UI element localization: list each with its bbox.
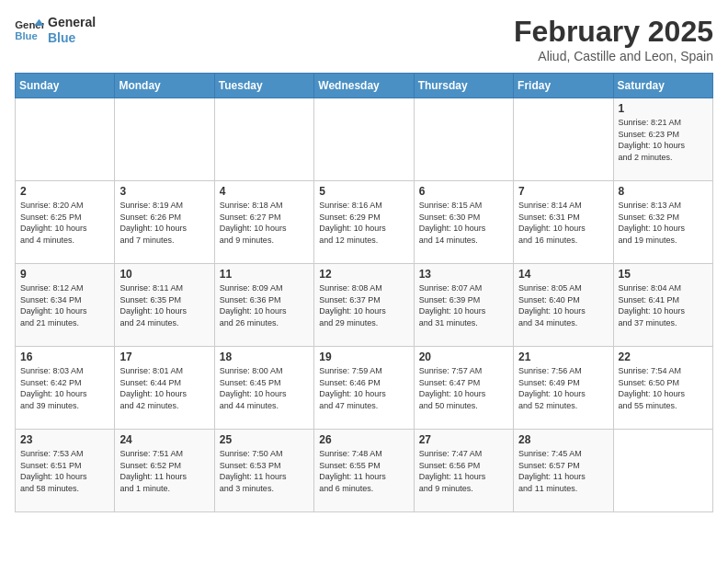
day-number: 21 [518,350,608,363]
calendar-cell: 3Sunrise: 8:19 AM Sunset: 6:26 PM Daylig… [115,181,214,264]
calendar-cell: 12Sunrise: 8:08 AM Sunset: 6:37 PM Dayli… [314,264,414,347]
day-info: Sunrise: 7:50 AM Sunset: 6:53 PM Dayligh… [220,448,309,494]
calendar-week-row: 2Sunrise: 8:20 AM Sunset: 6:25 PM Daylig… [16,181,713,264]
calendar-cell: 26Sunrise: 7:48 AM Sunset: 6:55 PM Dayli… [314,430,414,512]
calendar-week-row: 23Sunrise: 7:53 AM Sunset: 6:51 PM Dayli… [16,430,713,512]
calendar-cell: 7Sunrise: 8:14 AM Sunset: 6:31 PM Daylig… [514,181,613,264]
day-number: 11 [220,268,309,281]
day-number: 9 [20,268,109,281]
day-info: Sunrise: 7:59 AM Sunset: 6:46 PM Dayligh… [319,365,408,411]
header-sunday: Sunday [16,74,115,98]
day-info: Sunrise: 8:05 AM Sunset: 6:40 PM Dayligh… [518,282,608,328]
day-number: 17 [119,350,209,363]
day-number: 3 [119,185,209,198]
day-info: Sunrise: 8:21 AM Sunset: 6:23 PM Dayligh… [619,117,708,163]
day-info: Sunrise: 8:07 AM Sunset: 6:39 PM Dayligh… [419,282,508,328]
calendar-cell: 6Sunrise: 8:15 AM Sunset: 6:30 PM Daylig… [414,181,513,264]
calendar-cell [16,98,115,181]
calendar-cell: 10Sunrise: 8:11 AM Sunset: 6:35 PM Dayli… [115,264,214,347]
day-number: 8 [619,185,708,198]
calendar-cell: 28Sunrise: 7:45 AM Sunset: 6:57 PM Dayli… [514,430,613,512]
header-saturday: Saturday [613,74,712,98]
sub-title: Aliud, Castille and Leon, Spain [514,49,713,63]
calendar-cell: 23Sunrise: 7:53 AM Sunset: 6:51 PM Dayli… [16,430,115,512]
day-info: Sunrise: 7:57 AM Sunset: 6:47 PM Dayligh… [419,365,508,411]
calendar-week-row: 1Sunrise: 8:21 AM Sunset: 6:23 PM Daylig… [16,98,713,181]
day-info: Sunrise: 8:19 AM Sunset: 6:26 PM Dayligh… [119,200,209,246]
logo-line1: General [48,15,96,30]
day-info: Sunrise: 8:16 AM Sunset: 6:29 PM Dayligh… [319,200,408,246]
calendar-cell [214,98,313,181]
day-info: Sunrise: 8:13 AM Sunset: 6:32 PM Dayligh… [619,200,708,246]
calendar-cell [314,98,414,181]
calendar-cell: 1Sunrise: 8:21 AM Sunset: 6:23 PM Daylig… [613,98,712,181]
logo-line2: Blue [48,30,96,46]
day-number: 18 [220,350,309,363]
day-number: 25 [220,433,309,446]
day-number: 27 [419,433,508,446]
day-number: 12 [319,268,408,281]
day-number: 4 [220,185,309,198]
calendar-header-row: SundayMondayTuesdayWednesdayThursdayFrid… [16,74,713,98]
calendar-cell: 19Sunrise: 7:59 AM Sunset: 6:46 PM Dayli… [314,347,414,430]
calendar-cell: 18Sunrise: 8:00 AM Sunset: 6:45 PM Dayli… [214,347,313,430]
header-friday: Friday [514,74,613,98]
calendar-cell: 9Sunrise: 8:12 AM Sunset: 6:34 PM Daylig… [16,264,115,347]
header: General Blue General Blue February 2025 … [15,15,713,63]
calendar-cell: 21Sunrise: 7:56 AM Sunset: 6:49 PM Dayli… [514,347,613,430]
day-info: Sunrise: 8:12 AM Sunset: 6:34 PM Dayligh… [20,282,109,328]
day-info: Sunrise: 7:54 AM Sunset: 6:50 PM Dayligh… [619,365,708,411]
day-info: Sunrise: 8:03 AM Sunset: 6:42 PM Dayligh… [20,365,109,411]
day-info: Sunrise: 7:48 AM Sunset: 6:55 PM Dayligh… [319,448,408,494]
day-number: 2 [20,185,109,198]
day-info: Sunrise: 8:20 AM Sunset: 6:25 PM Dayligh… [20,200,109,246]
calendar-week-row: 16Sunrise: 8:03 AM Sunset: 6:42 PM Dayli… [16,347,713,430]
day-number: 19 [319,350,408,363]
calendar-cell: 17Sunrise: 8:01 AM Sunset: 6:44 PM Dayli… [115,347,214,430]
day-number: 20 [419,350,508,363]
calendar-cell: 27Sunrise: 7:47 AM Sunset: 6:56 PM Dayli… [414,430,513,512]
day-number: 13 [419,268,508,281]
day-info: Sunrise: 8:18 AM Sunset: 6:27 PM Dayligh… [220,200,309,246]
header-wednesday: Wednesday [314,74,414,98]
main-title: February 2025 [514,15,713,49]
day-info: Sunrise: 8:11 AM Sunset: 6:35 PM Dayligh… [119,282,209,328]
logo: General Blue General Blue [15,15,96,46]
calendar-week-row: 9Sunrise: 8:12 AM Sunset: 6:34 PM Daylig… [16,264,713,347]
day-info: Sunrise: 7:47 AM Sunset: 6:56 PM Dayligh… [419,448,508,494]
calendar-cell: 13Sunrise: 8:07 AM Sunset: 6:39 PM Dayli… [414,264,513,347]
calendar-cell: 5Sunrise: 8:16 AM Sunset: 6:29 PM Daylig… [314,181,414,264]
calendar-cell: 25Sunrise: 7:50 AM Sunset: 6:53 PM Dayli… [214,430,313,512]
day-info: Sunrise: 7:53 AM Sunset: 6:51 PM Dayligh… [20,448,109,494]
day-info: Sunrise: 8:04 AM Sunset: 6:41 PM Dayligh… [619,282,708,328]
day-number: 7 [518,185,608,198]
day-number: 5 [319,185,408,198]
calendar-cell: 22Sunrise: 7:54 AM Sunset: 6:50 PM Dayli… [613,347,712,430]
svg-text:Blue: Blue [15,29,38,40]
day-number: 1 [619,102,708,115]
header-tuesday: Tuesday [214,74,313,98]
calendar-table: SundayMondayTuesdayWednesdayThursdayFrid… [15,73,713,512]
calendar-cell: 14Sunrise: 8:05 AM Sunset: 6:40 PM Dayli… [514,264,613,347]
day-info: Sunrise: 8:08 AM Sunset: 6:37 PM Dayligh… [319,282,408,328]
day-info: Sunrise: 7:45 AM Sunset: 6:57 PM Dayligh… [518,448,608,494]
calendar-cell [613,430,712,512]
calendar-cell [414,98,513,181]
calendar-cell [514,98,613,181]
calendar-cell: 4Sunrise: 8:18 AM Sunset: 6:27 PM Daylig… [214,181,313,264]
calendar-cell [115,98,214,181]
calendar-cell: 24Sunrise: 7:51 AM Sunset: 6:52 PM Dayli… [115,430,214,512]
calendar-cell: 8Sunrise: 8:13 AM Sunset: 6:32 PM Daylig… [613,181,712,264]
calendar-cell: 20Sunrise: 7:57 AM Sunset: 6:47 PM Dayli… [414,347,513,430]
header-monday: Monday [115,74,214,98]
day-number: 6 [419,185,508,198]
day-number: 26 [319,433,408,446]
day-number: 28 [518,433,608,446]
logo-icon: General Blue [15,17,44,43]
title-area: February 2025 Aliud, Castille and Leon, … [514,15,713,63]
day-info: Sunrise: 7:56 AM Sunset: 6:49 PM Dayligh… [518,365,608,411]
calendar-cell: 11Sunrise: 8:09 AM Sunset: 6:36 PM Dayli… [214,264,313,347]
day-number: 15 [619,268,708,281]
calendar-cell: 16Sunrise: 8:03 AM Sunset: 6:42 PM Dayli… [16,347,115,430]
day-info: Sunrise: 8:01 AM Sunset: 6:44 PM Dayligh… [119,365,209,411]
